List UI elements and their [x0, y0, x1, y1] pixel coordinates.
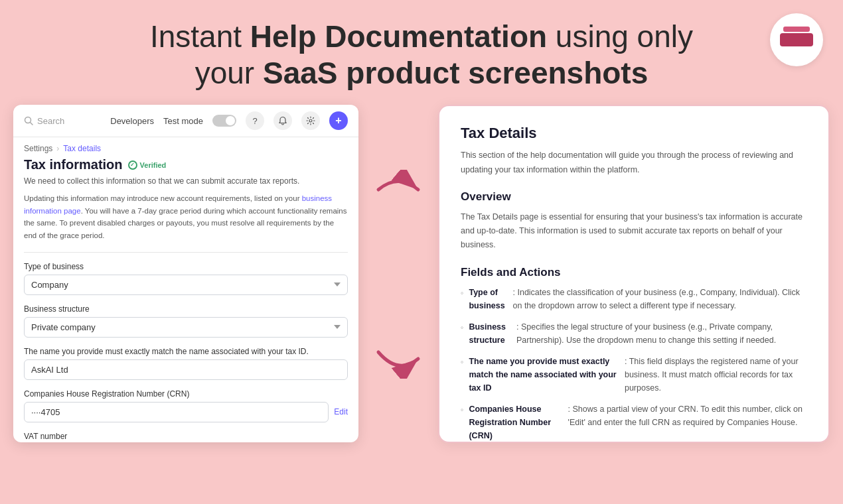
breadcrumb-separator: ›: [56, 144, 59, 153]
top-arrow-icon: [372, 170, 425, 210]
vat-field: VAT number Edit We'll use this number on…: [24, 432, 348, 442]
form-description: We need to collect this information so t…: [24, 175, 348, 187]
type-of-business-label: Type of business: [24, 262, 348, 271]
doc-panel: Tax Details This section of the help doc…: [438, 105, 830, 443]
crn-field: Companies House Registration Number (CRN…: [24, 389, 348, 422]
breadcrumb-current: Tax details: [63, 144, 101, 153]
list-item: Business structure: Specifies the legal …: [461, 320, 807, 347]
list-item: The name you provide must exactly match …: [461, 355, 807, 395]
divider: [24, 252, 348, 253]
fields-title: Fields and Actions: [461, 266, 807, 279]
gear-icon-btn[interactable]: [301, 111, 320, 130]
business-structure-field: Business structure Private company: [24, 304, 348, 338]
arrow-container: [358, 105, 438, 443]
form-title-row: Tax information ✓ Verified: [24, 157, 348, 172]
tax-name-field: The name you provide must exactly match …: [24, 347, 348, 380]
crn-label: Companies House Registration Number (CRN…: [24, 389, 348, 399]
hero-section: Instant Help Documentation using only yo…: [0, 0, 843, 105]
screenshot-panel: Search Developers Test mode ?: [13, 105, 358, 442]
stripe-header: Search Developers Test mode ?: [13, 105, 358, 137]
add-icon-btn[interactable]: +: [329, 111, 348, 130]
hero-heading: Instant Help Documentation using only yo…: [13, 19, 830, 92]
test-mode-toggle[interactable]: [212, 115, 236, 127]
crn-field-row: Edit: [24, 402, 348, 422]
header-nav: Developers Test mode ?: [110, 111, 348, 130]
nav-test-mode: Test mode: [163, 116, 203, 126]
info-text: Updating this information may introduce …: [24, 192, 348, 241]
logo-icon: [780, 33, 813, 46]
business-structure-label: Business structure: [24, 304, 348, 314]
tax-name-input[interactable]: [24, 359, 348, 380]
form-title: Tax information: [24, 157, 123, 172]
bottom-arrow-icon: [372, 339, 425, 379]
main-content: Search Developers Test mode ?: [0, 105, 843, 443]
gear-icon: [306, 116, 315, 125]
breadcrumb: Settings › Tax details: [13, 137, 358, 157]
crn-input: [24, 402, 329, 422]
list-item: Type of business: Indicates the classifi…: [461, 286, 807, 312]
doc-intro: This section of the help documentation w…: [461, 149, 807, 177]
bell-icon: [278, 116, 287, 125]
type-of-business-field: Type of business Company: [24, 262, 348, 295]
form-content: Tax information ✓ Verified We need to co…: [13, 157, 358, 442]
search-placeholder: Search: [37, 116, 64, 126]
doc-title: Tax Details: [461, 125, 807, 142]
logo-circle: [770, 13, 823, 66]
overview-text: The Tax Details page is essential for en…: [461, 210, 807, 253]
nav-developers[interactable]: Developers: [110, 116, 154, 126]
verified-label: Verified: [140, 161, 167, 169]
overview-title: Overview: [461, 190, 807, 204]
vat-label: VAT number: [24, 432, 348, 441]
breadcrumb-parent[interactable]: Settings: [24, 144, 52, 153]
business-structure-select[interactable]: Private company: [24, 317, 348, 338]
bell-icon-btn[interactable]: [273, 111, 292, 130]
search-icon: [24, 116, 33, 125]
type-of-business-select[interactable]: Company: [24, 275, 348, 295]
search-bar[interactable]: Search: [24, 116, 102, 126]
help-icon-btn[interactable]: ?: [246, 111, 264, 130]
fields-list: Type of business: Indicates the classifi…: [461, 286, 807, 444]
crn-edit-link[interactable]: Edit: [334, 407, 348, 416]
tax-name-label: The name you provide must exactly match …: [24, 347, 348, 356]
svg-line-1: [31, 123, 33, 125]
verified-badge: ✓ Verified: [128, 160, 167, 170]
svg-point-2: [309, 119, 312, 122]
list-item: Companies House Registration Number (CRN…: [461, 403, 807, 442]
verified-check-icon: ✓: [128, 160, 137, 170]
